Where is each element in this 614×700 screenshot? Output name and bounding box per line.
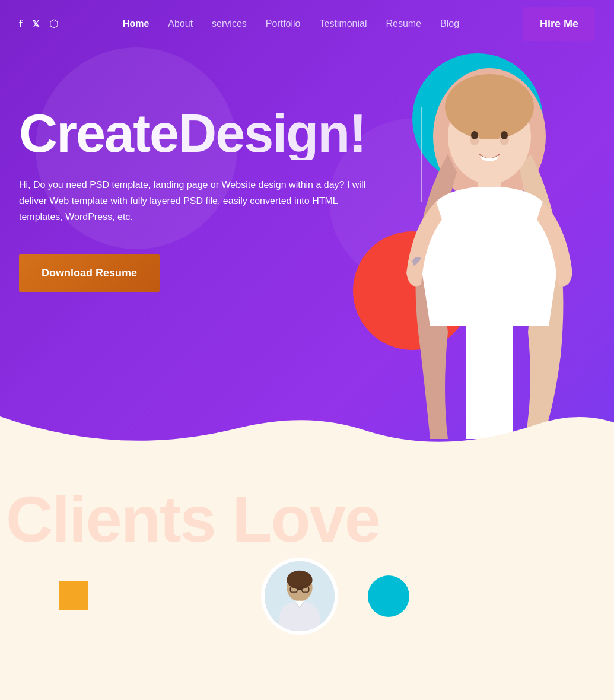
nav-menu: Home About services Portfolio Testimonia… bbox=[123, 18, 459, 29]
nav-link-portfolio[interactable]: Portfolio bbox=[266, 18, 301, 28]
download-resume-button[interactable]: Download Resume bbox=[19, 254, 160, 292]
nav-link-services[interactable]: services bbox=[212, 18, 247, 28]
clients-watermark-title: Clients Love bbox=[0, 486, 614, 552]
nav-item-resume[interactable]: Resume bbox=[386, 18, 422, 29]
facebook-icon[interactable]: f bbox=[19, 18, 23, 30]
hero-section: f 𝕏 ⬡ Home About services Portfolio Test… bbox=[0, 0, 614, 451]
clients-section: Clients Love bbox=[0, 451, 614, 700]
instagram-icon[interactable]: ⬡ bbox=[49, 17, 59, 30]
navbar: f 𝕏 ⬡ Home About services Portfolio Test… bbox=[0, 0, 614, 47]
svg-point-10 bbox=[287, 571, 312, 589]
teal-small-circle-decoration bbox=[368, 575, 409, 617]
svg-point-6 bbox=[471, 131, 478, 139]
nav-link-about[interactable]: About bbox=[168, 18, 193, 28]
nav-item-portfolio[interactable]: Portfolio bbox=[266, 18, 301, 29]
nav-link-blog[interactable]: Blog bbox=[440, 18, 459, 28]
clients-decorations bbox=[0, 564, 614, 653]
twitter-icon[interactable]: 𝕏 bbox=[32, 18, 40, 30]
nav-item-blog[interactable]: Blog bbox=[440, 18, 459, 29]
nav-link-home[interactable]: Home bbox=[123, 18, 149, 28]
nav-item-home[interactable]: Home bbox=[123, 18, 149, 29]
nav-link-resume[interactable]: Resume bbox=[386, 18, 422, 28]
nav-item-testimonial[interactable]: Testimonial bbox=[319, 18, 367, 29]
hero-person-image bbox=[365, 47, 614, 451]
avatar-svg bbox=[265, 561, 335, 631]
svg-point-7 bbox=[501, 131, 508, 139]
nav-link-testimonial[interactable]: Testimonial bbox=[319, 18, 367, 28]
wave-divider bbox=[0, 393, 614, 451]
hero-description: Hi, Do you need PSD template, landing pa… bbox=[19, 177, 375, 225]
client-avatar bbox=[261, 558, 338, 635]
nav-item-services[interactable]: services bbox=[212, 18, 247, 29]
svg-point-2 bbox=[445, 74, 534, 139]
hire-me-button[interactable]: Hire Me bbox=[523, 7, 595, 41]
person-svg bbox=[371, 59, 608, 451]
hero-title: CreateDesign! bbox=[19, 107, 375, 160]
orange-square-decoration bbox=[59, 581, 88, 610]
hero-content: CreateDesign! Hi, Do you need PSD templa… bbox=[19, 107, 375, 292]
social-links: f 𝕏 ⬡ bbox=[19, 17, 59, 30]
nav-item-about[interactable]: About bbox=[168, 18, 193, 29]
